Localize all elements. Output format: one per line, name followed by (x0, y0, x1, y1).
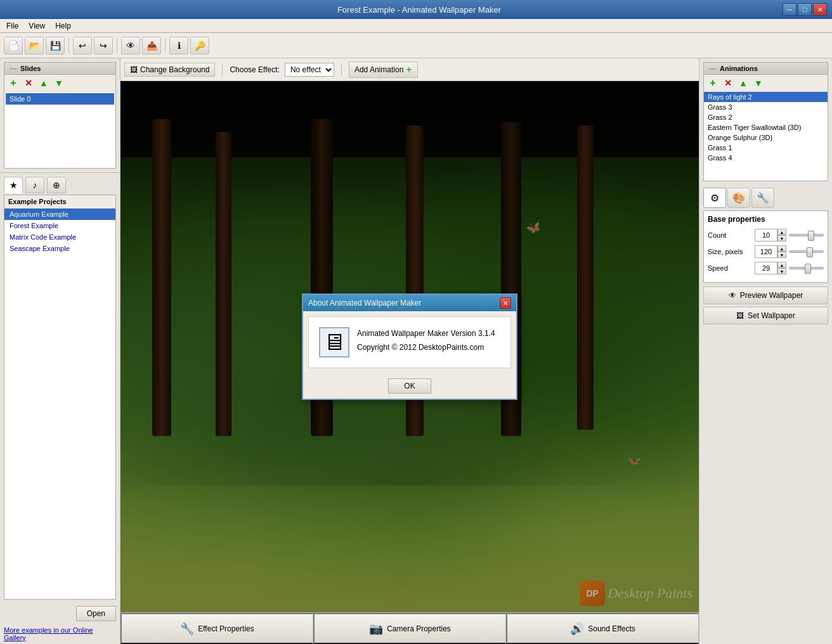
speed-row: Speed ▲ ▼ (708, 262, 824, 274)
example-item-seascape[interactable]: Seascape Example (4, 243, 115, 254)
size-slider[interactable] (789, 250, 824, 253)
count-spin-btns: ▲ ▼ (777, 229, 786, 242)
move-anim-up-btn[interactable]: ▲ (736, 77, 750, 89)
gallery-link[interactable]: More examples in our Online Gallery (0, 624, 120, 644)
remove-anim-btn[interactable]: ✕ (721, 77, 735, 89)
preview-wallpaper-button[interactable]: 👁 Preview Wallpaper (703, 287, 828, 304)
open-button-projects[interactable]: Open (76, 606, 116, 621)
size-spinner: ▲ ▼ (755, 245, 786, 258)
add-animation-button[interactable]: Add Animation + (349, 61, 418, 78)
prop-tab-3[interactable]: 🔧 (751, 188, 774, 208)
count-input[interactable] (755, 229, 777, 242)
slide-item[interactable]: Slide 0 (6, 93, 114, 105)
anim-item-rays[interactable]: Rays of light 2 (704, 92, 828, 102)
example-item-matrix[interactable]: Matrix Code Example (4, 231, 115, 243)
tab-favorites[interactable]: ★ (4, 177, 23, 193)
count-slider[interactable] (789, 234, 824, 236)
set-wallpaper-button[interactable]: 🖼 Set Wallpaper (703, 307, 828, 325)
tab-music[interactable]: ♪ (25, 177, 44, 193)
menu-view[interactable]: View (25, 20, 49, 32)
move-slide-up-button[interactable]: ▲ (37, 77, 51, 89)
dialog-app-icon: 🖥 (319, 327, 349, 357)
size-down-btn[interactable]: ▼ (777, 252, 786, 258)
info-icon: ℹ (178, 41, 181, 51)
menu-bar: File View Help (0, 19, 832, 33)
redo-icon: ↪ (100, 41, 107, 51)
anim-item-grass4[interactable]: Grass 4 (704, 153, 828, 163)
dialog-ok-button[interactable]: OK (388, 378, 431, 394)
example-item-aquarium[interactable]: Aquarium Example (4, 209, 115, 220)
export-icon: 📤 (146, 41, 157, 51)
speed-input[interactable] (755, 262, 777, 274)
speed-down-btn[interactable]: ▼ (777, 268, 786, 274)
redo-button[interactable]: ↪ (94, 37, 113, 55)
anim-item-grass2[interactable]: Grass 2 (704, 112, 828, 122)
count-down-btn[interactable]: ▼ (777, 235, 786, 242)
camera-properties-button[interactable]: 📷 Camera Properties (313, 613, 506, 644)
about-dialog: About Animated Wallpaper Maker ✕ 🖥 Anima… (302, 293, 517, 400)
speed-spin-btns: ▲ ▼ (777, 262, 786, 274)
save-button[interactable]: 💾 (46, 37, 65, 55)
prop-tab-2[interactable]: 🎨 (727, 188, 750, 208)
tab-projects[interactable]: ⊕ (47, 177, 66, 193)
open-button[interactable]: 📂 (25, 37, 44, 55)
info-button[interactable]: ℹ (169, 37, 188, 55)
export-button[interactable]: 📤 (142, 37, 161, 55)
topbar-sep-2 (341, 63, 342, 76)
star-icon: ★ (10, 180, 18, 190)
close-button[interactable]: ✕ (813, 3, 827, 16)
add-slide-button[interactable]: + (6, 77, 20, 89)
minimize-button[interactable]: ─ (783, 3, 796, 16)
size-up-btn[interactable]: ▲ (777, 245, 786, 252)
separator-3 (165, 38, 166, 53)
undo-icon: ↩ (79, 41, 86, 51)
anim-item-grass3[interactable]: Grass 3 (704, 102, 828, 112)
new-button[interactable]: 📄 (4, 37, 23, 55)
eye-icon: 👁 (126, 41, 135, 51)
effect-dropdown[interactable]: No effect (285, 63, 334, 77)
add-anim-btn[interactable]: + (706, 77, 720, 89)
separator-2 (117, 38, 117, 53)
key-button[interactable]: 🔑 (190, 37, 209, 55)
menu-help[interactable]: Help (51, 20, 75, 32)
restore-button[interactable]: □ (798, 3, 812, 16)
effect-icon: 🔧 (180, 622, 194, 636)
move-anim-down-btn[interactable]: ▼ (751, 77, 765, 89)
slide-down-icon: ▼ (55, 78, 63, 88)
speed-up-btn[interactable]: ▲ (777, 262, 786, 268)
count-up-btn[interactable]: ▲ (777, 229, 786, 235)
remove-slide-button[interactable]: ✕ (22, 77, 36, 89)
down-icon: ▼ (754, 78, 763, 88)
menu-file[interactable]: File (3, 20, 22, 32)
add-anim-label: Add Animation (354, 65, 403, 74)
sound-effects-button[interactable]: 🔊 Sound Effects (506, 613, 699, 644)
anim-item-eastern[interactable]: Eastern Tiger Swallowtail (3D) (704, 122, 828, 132)
save-icon: 💾 (50, 41, 61, 51)
app-icon: 🖥 (323, 329, 346, 356)
count-spinner: ▲ ▼ (755, 229, 786, 242)
size-input[interactable] (755, 245, 777, 258)
slides-header: Slides (4, 63, 115, 75)
center-area: 🖼 Change Background Choose Effect: No ef… (120, 58, 699, 644)
preview-button[interactable]: 👁 (121, 37, 140, 55)
window-controls: ─ □ ✕ (783, 3, 827, 16)
projects-icon: ⊕ (53, 180, 60, 190)
move-slide-down-button[interactable]: ▼ (52, 77, 66, 89)
animations-header: Animations (704, 63, 828, 75)
prop-tab-1[interactable]: ⚙ (703, 188, 726, 208)
toolbar: 📄 📂 💾 ↩ ↪ 👁 📤 ℹ 🔑 (0, 33, 832, 58)
gear-icon: ⚙ (710, 192, 719, 204)
animations-section: Animations + ✕ ▲ ▼ Rays of light 2 Grass… (703, 62, 828, 181)
example-item-forest[interactable]: Forest Example (4, 220, 115, 231)
effect-properties-button[interactable]: 🔧 Effect Properties (120, 613, 313, 644)
change-background-button[interactable]: 🖼 Change Background (124, 63, 215, 77)
anim-item-orange[interactable]: Orange Sulphur (3D) (704, 132, 828, 143)
undo-button[interactable]: ↩ (73, 37, 92, 55)
count-row: Count ▲ ▼ (708, 229, 824, 242)
choose-effect-label: Choose Effect: (230, 65, 280, 74)
dialog-title: About Animated Wallpaper Maker (308, 299, 421, 307)
size-slider-thumb (807, 247, 813, 257)
dialog-close-button[interactable]: ✕ (500, 297, 511, 309)
anim-item-grass1[interactable]: Grass 1 (704, 143, 828, 153)
speed-slider[interactable] (789, 267, 824, 269)
